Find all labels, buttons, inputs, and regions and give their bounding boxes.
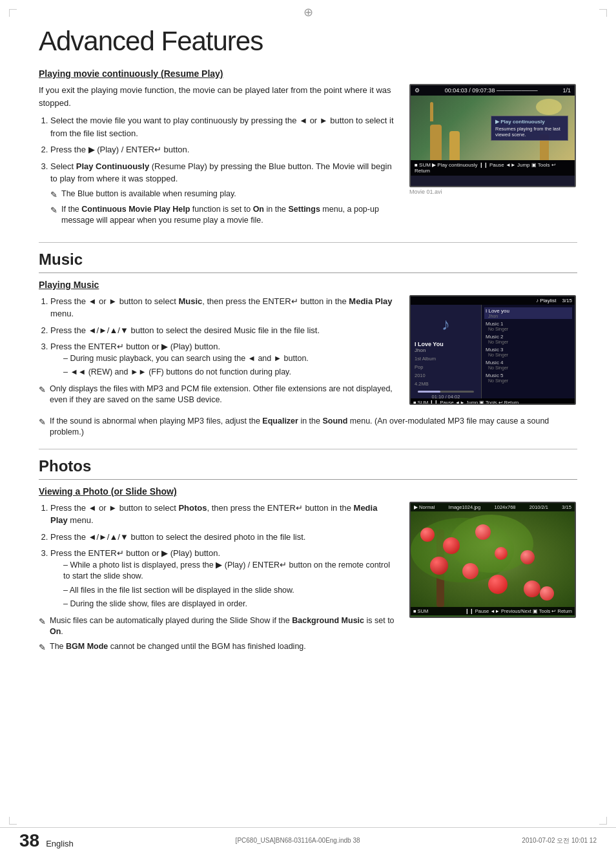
note-pencil-icon-4: ✎ (39, 416, 46, 428)
resume-play-intro: If you exit the playing movie function, … (39, 84, 396, 109)
movie-top-bar: ⚙ 00:04:03 / 09:07:38 ────────── 1/1 (411, 85, 575, 96)
photo-top-bar: ▶ Normal Image1024.jpg 1024x768 2010/2/1… (411, 503, 575, 511)
playlist-sub-3: No Singer (486, 340, 571, 344)
music-content-row: Press the ◄ or ► button to select Music,… (39, 295, 577, 409)
music-screen: ♪ Playlist 3/15 ♪ I Love You Jhon 1st Al… (409, 295, 576, 405)
resume-play-section: Playing movie continuously (Resume Play)… (39, 68, 577, 232)
playlist-item-6: Music 5 No Singer (484, 372, 572, 384)
footer-date: 2010-07-02 오전 10:01 12 (522, 836, 597, 845)
step-item: Select the movie file you want to play c… (50, 114, 396, 139)
step-item: Press the ◄ or ► button to select Music,… (50, 295, 396, 320)
note-pencil-icon-2: ✎ (50, 205, 57, 216)
music-bottom-bar: ■ SUM ❙❙ Pause ◄► Jump ▣ Tools ↩ Return (411, 398, 575, 405)
apple-2 (443, 537, 460, 554)
step-item: Select Play Continuously (Resume Play) b… (50, 160, 396, 227)
popup-text: Resumes playing from the last viewed sce… (495, 126, 564, 138)
dash-item: During music playback, you can search us… (50, 353, 396, 365)
photo-mode: ▶ Normal (414, 504, 435, 510)
apple-1 (420, 528, 435, 542)
music-progress-fill (418, 391, 440, 393)
photos-heading: Viewing a Photo (or Slide Show) (39, 486, 577, 497)
photos-content-row: Press the ◄ or ► button to select Photos… (39, 502, 577, 657)
note-blue-button: ✎ The Blue button is available when resu… (50, 189, 396, 201)
resume-play-screen-col: ⚙ 00:04:03 / 09:07:38 ────────── 1/1 (409, 84, 577, 232)
music-size: 4.2MB (415, 381, 477, 387)
movie-timecode: 00:04:03 / 09:07:38 ────────── (445, 87, 538, 94)
note-pencil-icon-3: ✎ (39, 384, 46, 396)
note-continuous-help: ✎ If the Continuous Movie Play Help func… (50, 204, 396, 227)
dash-item: All files in the file list section will … (50, 585, 396, 597)
photos-screen-col: ▶ Normal Image1024.jpg 1024x768 2010/2/1… (409, 502, 577, 657)
dash-item: ◄◄ (REW) and ►► (FF) buttons do not func… (50, 367, 396, 378)
apple-7 (520, 550, 535, 564)
movie-page: 1/1 (562, 87, 571, 94)
corner-mark-tr (599, 9, 607, 17)
music-top-bar: ♪ Playlist 3/15 (411, 296, 575, 305)
movie-filename: Movie 01.avi (409, 189, 577, 195)
page-footer: 38 English [PC680_USA]BN68-03116A-00Eng.… (0, 827, 616, 853)
resume-play-heading: Playing movie continuously (Resume Play) (39, 68, 577, 79)
page-number: 38 (19, 830, 39, 851)
music-progress-bar (418, 391, 474, 393)
giraffe-neck-1 (430, 102, 433, 121)
photos-section-title: Photos (39, 457, 577, 475)
music-playlist-header: ♪ Playlist 3/15 (536, 298, 572, 303)
step-item: Press the ▶ (Play) / ENTER↵ button. (50, 143, 396, 156)
playlist-item-4: Music 3 No Singer (484, 346, 572, 358)
photo-content (411, 511, 575, 607)
tree-leaves-2 (449, 515, 533, 573)
movie-screen: ⚙ 00:04:03 / 09:07:38 ────────── 1/1 (409, 84, 576, 187)
note-pencil-icon-5: ✎ (39, 616, 46, 628)
playlist-item-5: Music 4 No Singer (484, 359, 572, 371)
step-item: Press the ◄/►/▲/▼ button to select the d… (50, 324, 396, 337)
step-item: Press the ◄/►/▲/▼ button to select the d… (50, 531, 396, 544)
music-controls: ■ SUM ❙❙ Pause ◄► Jump ▣ Tools ↩ Return (413, 400, 518, 405)
photos-note-1: ✎ Music files can be automatically playe… (39, 615, 396, 638)
music-year: 2010 (415, 373, 477, 378)
music-screen-inner: ♪ I Love You Jhon 1st Album Pop 2010 4.2… (411, 305, 575, 398)
giraffe-1 (430, 125, 442, 160)
page-title: Advanced Features (39, 26, 577, 57)
note-pencil-icon-6: ✎ (39, 642, 46, 653)
movie-icon: ⚙ (415, 87, 420, 94)
music-screen-col: ♪ Playlist 3/15 ♪ I Love You Jhon 1st Al… (409, 295, 577, 409)
photos-note-text-2: The BGM Mode cannot be changed until the… (50, 641, 306, 653)
note-text: The Blue button is available when resumi… (61, 189, 236, 200)
note-pencil-icon: ✎ (50, 189, 57, 201)
dash-item: During the slide show, files are display… (50, 599, 396, 610)
popup-title: ▶ Play continuously (495, 119, 564, 125)
music-note-1: ✎ Only displays the files with MP3 and P… (39, 384, 396, 406)
photo-controls: ❙❙ Pause ◄► Previous/Next ▣ Tools ↩ Retu… (465, 608, 572, 614)
giraffe-2 (449, 131, 460, 160)
music-title-rule (39, 272, 577, 273)
apple-9 (524, 581, 540, 597)
resume-play-steps: Select the movie file you want to play c… (50, 114, 396, 227)
photo-resolution: 1024x768 (495, 504, 516, 510)
music-artist: Jhon (415, 347, 477, 353)
movie-bottom-bar: ■ SUM ▶ Play continuously ❙❙ Pause ◄► Ju… (411, 160, 575, 176)
sun (536, 99, 562, 115)
music-note-2: ✎ If the sound is abnormal when playing … (39, 416, 577, 438)
music-genre: Pop (415, 364, 477, 370)
page-container: ⊕ Advanced Features Playing movie contin… (0, 0, 616, 853)
resume-play-text-col: If you exit the playing movie function, … (39, 84, 396, 232)
playlist-sub-2: No Singer (486, 327, 571, 331)
music-note-big-icon: ♪ (442, 314, 450, 334)
apple-3 (475, 524, 491, 540)
apple-10 (540, 586, 554, 601)
music-left-panel: ♪ I Love You Jhon 1st Album Pop 2010 4.2… (411, 305, 482, 398)
footer-filename: [PC680_USA]BN68-03116A-00Eng.indb 38 (236, 837, 360, 844)
movie-content: ▶ Play continuously Resumes playing from… (411, 96, 575, 160)
photos-note-text-1: Music files can be automatically played … (50, 615, 396, 638)
music-note-text-2: If the sound is abnormal when playing MP… (50, 416, 577, 438)
music-note-text-1: Only displays the files with MP3 and PCM… (50, 384, 396, 406)
corner-mark-tl (9, 9, 17, 17)
photo-sum: ■ SUM (413, 608, 428, 614)
dash-item: While a photo list is displayed, press t… (50, 560, 396, 582)
playlist-sub-4: No Singer (486, 353, 571, 357)
photos-separator (39, 449, 577, 449)
corner-mark-br (599, 817, 607, 825)
music-song-title: I Love You (415, 341, 477, 347)
step-item: Press the ENTER↵ button or ▶ (Play) butt… (50, 547, 396, 610)
apple-6 (462, 563, 478, 579)
